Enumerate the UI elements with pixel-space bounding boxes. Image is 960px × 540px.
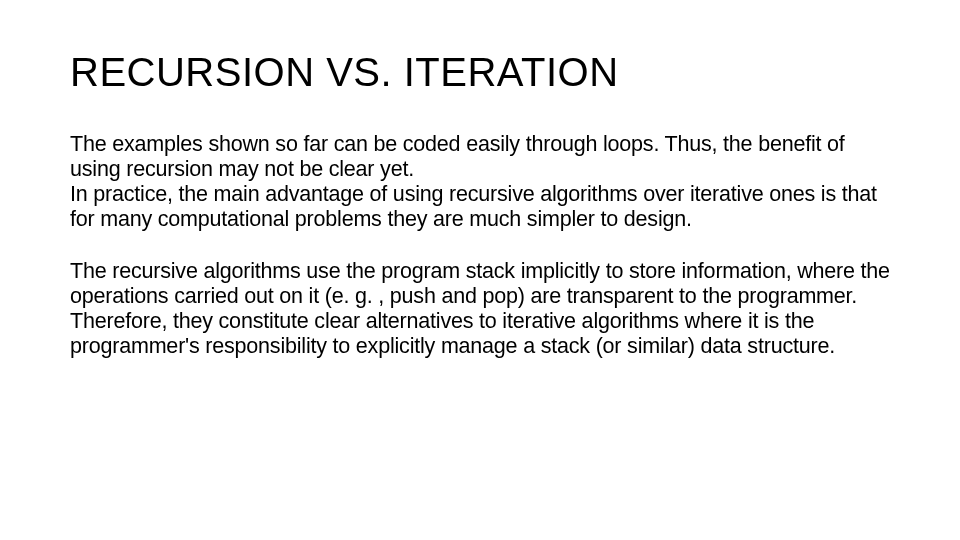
paragraph-gap <box>70 233 890 259</box>
slide-body: The examples shown so far can be coded e… <box>70 132 890 359</box>
slide-title: RECURSION VS. ITERATION <box>70 50 890 94</box>
paragraph-1a: The examples shown so far can be coded e… <box>70 132 890 182</box>
slide: RECURSION VS. ITERATION The examples sho… <box>0 0 960 540</box>
paragraph-2: The recursive algorithms use the program… <box>70 259 890 360</box>
paragraph-1b: In practice, the main advantage of using… <box>70 182 890 232</box>
